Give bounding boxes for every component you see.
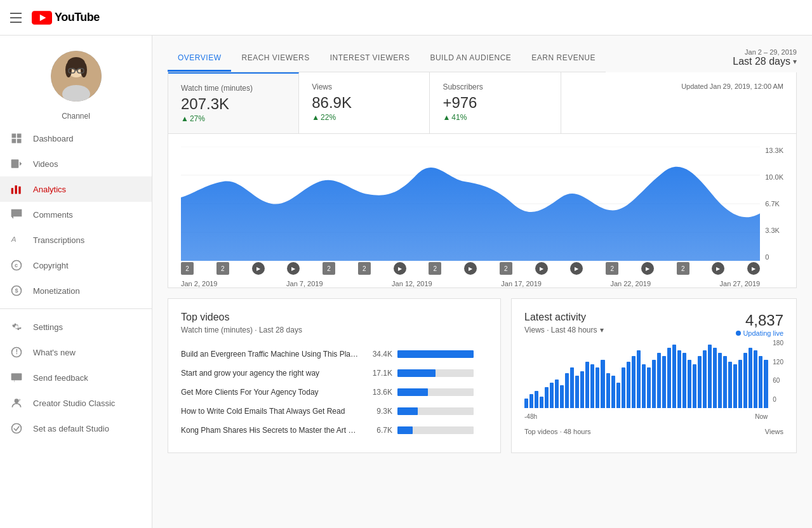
activity-dropdown-icon[interactable]: ▾: [600, 326, 604, 334]
analytics-icon: [10, 183, 23, 195]
video-bar-container-1: [397, 350, 474, 358]
tab-reach-viewers[interactable]: REACH VIEWERS: [231, 46, 319, 72]
marker-5[interactable]: 2: [429, 262, 441, 275]
svg-rect-15: [18, 187, 20, 194]
sidebar-item-comments[interactable]: Comments: [0, 202, 152, 227]
activity-bar: [560, 385, 564, 408]
activity-chart-area: -48h Now 180 120 60 0: [524, 340, 783, 425]
activity-bar: [642, 364, 646, 408]
video-row-5[interactable]: Kong Pham Shares His Secrets to Master t…: [181, 421, 488, 440]
main-content: OVERVIEW REACH VIEWERS INTEREST VIEWERS …: [152, 36, 812, 463]
live-dot: [736, 331, 741, 336]
activity-bar: [647, 367, 651, 408]
svg-point-24: [15, 376, 17, 378]
stat-card-watch-time[interactable]: Watch time (minutes) 207.3K ▲ 27%: [168, 72, 299, 133]
tab-overview[interactable]: OVERVIEW: [168, 46, 231, 72]
video-value-4: 9.3K: [364, 407, 392, 416]
video-row-1[interactable]: Build an Evergreen Traffic Machine Using…: [181, 345, 488, 364]
video-bar-3: [397, 388, 428, 396]
avatar-container: [0, 36, 152, 112]
watch-time-value: 207.3K: [181, 95, 286, 113]
transcriptions-icon: A: [10, 234, 23, 246]
subscribers-label: Subscribers: [443, 82, 547, 91]
marker-play-6[interactable]: ▶: [570, 262, 583, 275]
activity-bar: [693, 364, 696, 408]
activity-x-label-left: -48h: [524, 413, 537, 420]
chart-x-labels: Jan 2, 2019 Jan 7, 2019 Jan 12, 2019 Jan…: [181, 276, 760, 287]
sidebar-item-transcriptions[interactable]: A Transcriptions: [0, 227, 152, 253]
latest-activity-card: Latest activity Views · Last 48 hours ▾ …: [511, 298, 797, 453]
sidebar-item-copyright[interactable]: c Copyright: [0, 253, 152, 278]
activity-bar: [627, 362, 630, 408]
sidebar-item-dashboard-label: Dashboard: [33, 134, 74, 143]
sidebar-item-monetization[interactable]: $ Monetization: [0, 278, 152, 303]
video-value-2: 17.1K: [364, 369, 392, 378]
video-bar-container-5: [397, 426, 474, 434]
marker-2[interactable]: 2: [216, 262, 229, 275]
sidebar-item-videos[interactable]: Videos: [0, 151, 152, 176]
sidebar-item-send-feedback[interactable]: ! Send feedback: [0, 365, 152, 390]
activity-bar: [580, 371, 584, 408]
activity-bar: [529, 394, 533, 408]
video-row-3[interactable]: Get More Clients For Your Agency Today 1…: [181, 383, 488, 402]
marker-play-2[interactable]: ▶: [287, 262, 300, 275]
sidebar-nav: Dashboard Videos Analytics: [0, 123, 152, 444]
activity-bar: [550, 383, 554, 408]
activity-bar: [662, 356, 666, 408]
menu-icon[interactable]: [10, 13, 22, 23]
subscribers-arrow: ▲: [443, 113, 450, 122]
activity-bar: [743, 353, 747, 408]
marker-play-3[interactable]: ▶: [394, 262, 406, 275]
video-row-4[interactable]: How to Write Cold Emails That Always Get…: [181, 402, 488, 421]
activity-bar: [738, 360, 742, 408]
sidebar-item-settings[interactable]: Settings: [0, 314, 152, 340]
date-selector[interactable]: Jan 2 – 29, 2019 Last 28 days ▾: [733, 48, 797, 72]
top-videos-subtitle: Watch time (minutes) · Last 28 days: [181, 326, 488, 334]
sidebar-item-set-default[interactable]: Set as default Studio: [0, 416, 152, 441]
sidebar-item-whats-new[interactable]: ! What's new: [0, 340, 152, 365]
marker-play-5[interactable]: ▶: [535, 262, 548, 275]
video-bar-container-4: [397, 407, 474, 415]
sidebar-item-feedback-label: Send feedback: [33, 373, 88, 383]
y-label-5: 0: [765, 253, 783, 261]
activity-bar: [718, 353, 722, 408]
marker-8[interactable]: 2: [677, 262, 689, 275]
marker-play-8[interactable]: ▶: [712, 262, 724, 275]
creator-studio-icon: [10, 397, 23, 409]
top-videos-title: Top videos: [181, 312, 488, 323]
activity-bar: [703, 350, 707, 408]
subscribers-change: ▲ 41%: [443, 113, 547, 122]
stat-card-views[interactable]: Views 86.9K ▲ 22%: [299, 72, 430, 133]
marker-play-9[interactable]: ▶: [747, 262, 760, 275]
marker-7[interactable]: 2: [606, 262, 618, 275]
activity-count: 4,837: [736, 312, 783, 329]
tab-earn-revenue[interactable]: EARN REVENUE: [521, 46, 606, 72]
tab-interest-viewers[interactable]: INTEREST VIEWERS: [320, 46, 420, 72]
x-label-5: Jan 22, 2019: [610, 280, 651, 287]
activity-bar: [545, 387, 549, 408]
activity-bar: [524, 399, 528, 408]
marker-1[interactable]: 2: [181, 262, 194, 275]
marker-play-7[interactable]: ▶: [641, 262, 654, 275]
sidebar-item-creator-studio[interactable]: Creator Studio Classic: [0, 390, 152, 416]
marker-play-1[interactable]: ▶: [252, 262, 265, 275]
marker-3[interactable]: 2: [323, 262, 335, 275]
marker-6[interactable]: 2: [500, 262, 512, 275]
sidebar-item-analytics[interactable]: Analytics: [0, 176, 152, 202]
x-label-6: Jan 27, 2019: [720, 280, 761, 287]
tab-build-audience[interactable]: BUILD AN AUDIENCE: [420, 46, 521, 72]
tabs-header: OVERVIEW REACH VIEWERS INTEREST VIEWERS …: [168, 46, 797, 72]
activity-footer-right: Views: [765, 428, 783, 435]
marker-play-4[interactable]: ▶: [464, 262, 477, 275]
marker-4[interactable]: 2: [358, 262, 371, 275]
activity-bar: [682, 353, 686, 408]
activity-header: Latest activity Views · Last 48 hours ▾ …: [524, 312, 783, 340]
sidebar-item-dashboard[interactable]: Dashboard: [0, 126, 152, 151]
stat-card-subscribers[interactable]: Subscribers +976 ▲ 41%: [430, 72, 561, 133]
activity-bar: [713, 348, 717, 408]
video-row-2[interactable]: Start and grow your agency the right way…: [181, 364, 488, 383]
activity-live: Updating live: [736, 329, 783, 337]
sidebar-item-videos-label: Videos: [33, 159, 58, 169]
sidebar-item-settings-label: Settings: [33, 322, 63, 332]
sidebar-divider: [0, 308, 152, 309]
